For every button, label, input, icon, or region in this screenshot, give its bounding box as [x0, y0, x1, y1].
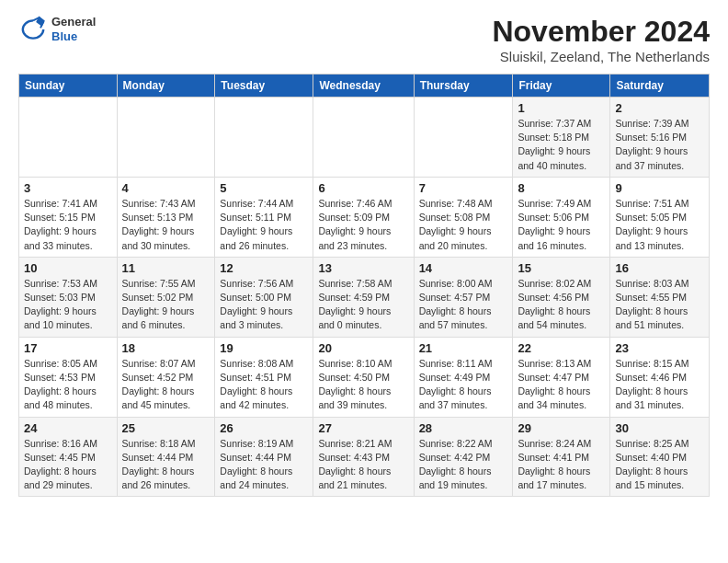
- calendar-cell: 20Sunrise: 8:10 AM Sunset: 4:50 PM Dayli…: [313, 337, 414, 417]
- calendar-cell: 9Sunrise: 7:51 AM Sunset: 5:05 PM Daylig…: [610, 177, 710, 257]
- calendar-cell: 18Sunrise: 8:07 AM Sunset: 4:52 PM Dayli…: [117, 337, 215, 417]
- weekday-header-monday: Monday: [117, 75, 215, 98]
- calendar-cell: 27Sunrise: 8:21 AM Sunset: 4:43 PM Dayli…: [313, 417, 414, 497]
- calendar-cell: 11Sunrise: 7:55 AM Sunset: 5:02 PM Dayli…: [117, 257, 215, 337]
- week-row-3: 10Sunrise: 7:53 AM Sunset: 5:03 PM Dayli…: [19, 257, 710, 337]
- day-number: 28: [419, 421, 508, 435]
- calendar-cell: [414, 98, 513, 178]
- day-number: 17: [24, 341, 112, 355]
- day-number: 15: [518, 261, 605, 275]
- day-info: Sunrise: 7:46 AM Sunset: 5:09 PM Dayligh…: [318, 197, 408, 253]
- calendar-cell: 17Sunrise: 8:05 AM Sunset: 4:53 PM Dayli…: [19, 337, 118, 417]
- calendar-cell: 3Sunrise: 7:41 AM Sunset: 5:15 PM Daylig…: [19, 177, 118, 257]
- calendar-cell: [117, 98, 215, 178]
- calendar-cell: 30Sunrise: 8:25 AM Sunset: 4:40 PM Dayli…: [610, 417, 710, 497]
- day-number: 5: [220, 181, 308, 195]
- week-row-5: 24Sunrise: 8:16 AM Sunset: 4:45 PM Dayli…: [19, 417, 710, 497]
- day-number: 2: [615, 101, 704, 115]
- day-info: Sunrise: 8:22 AM Sunset: 4:42 PM Dayligh…: [419, 437, 508, 493]
- calendar-cell: 23Sunrise: 8:15 AM Sunset: 4:46 PM Dayli…: [610, 337, 710, 417]
- day-info: Sunrise: 8:08 AM Sunset: 4:51 PM Dayligh…: [220, 357, 308, 413]
- day-number: 4: [122, 181, 210, 195]
- week-row-4: 17Sunrise: 8:05 AM Sunset: 4:53 PM Dayli…: [19, 337, 710, 417]
- calendar-cell: 29Sunrise: 8:24 AM Sunset: 4:41 PM Dayli…: [513, 417, 610, 497]
- calendar-cell: 1Sunrise: 7:37 AM Sunset: 5:18 PM Daylig…: [513, 98, 610, 178]
- day-info: Sunrise: 7:51 AM Sunset: 5:05 PM Dayligh…: [615, 197, 704, 253]
- day-number: 18: [122, 341, 210, 355]
- day-number: 16: [615, 261, 704, 275]
- logo-general-text: General: [51, 15, 96, 29]
- day-number: 24: [24, 421, 112, 435]
- week-row-1: 1Sunrise: 7:37 AM Sunset: 5:18 PM Daylig…: [19, 98, 710, 178]
- day-number: 20: [318, 341, 408, 355]
- day-info: Sunrise: 8:18 AM Sunset: 4:44 PM Dayligh…: [122, 437, 210, 493]
- day-info: Sunrise: 7:39 AM Sunset: 5:16 PM Dayligh…: [615, 117, 704, 173]
- header: General Blue November 2024 Sluiskil, Zee…: [18, 15, 710, 64]
- day-number: 6: [318, 181, 408, 195]
- calendar-cell: 28Sunrise: 8:22 AM Sunset: 4:42 PM Dayli…: [414, 417, 513, 497]
- weekday-header-wednesday: Wednesday: [313, 75, 414, 98]
- calendar-cell: 16Sunrise: 8:03 AM Sunset: 4:55 PM Dayli…: [610, 257, 710, 337]
- calendar-cell: 15Sunrise: 8:02 AM Sunset: 4:56 PM Dayli…: [513, 257, 610, 337]
- day-info: Sunrise: 7:44 AM Sunset: 5:11 PM Dayligh…: [220, 197, 308, 253]
- day-info: Sunrise: 8:07 AM Sunset: 4:52 PM Dayligh…: [122, 357, 210, 413]
- day-number: 10: [24, 261, 112, 275]
- day-number: 12: [220, 261, 308, 275]
- day-info: Sunrise: 7:55 AM Sunset: 5:02 PM Dayligh…: [122, 277, 210, 333]
- calendar-cell: 10Sunrise: 7:53 AM Sunset: 5:03 PM Dayli…: [19, 257, 118, 337]
- logo-blue-text: Blue: [51, 29, 96, 44]
- day-number: 1: [518, 101, 605, 115]
- day-info: Sunrise: 7:37 AM Sunset: 5:18 PM Dayligh…: [518, 117, 605, 173]
- day-info: Sunrise: 8:15 AM Sunset: 4:46 PM Dayligh…: [615, 357, 704, 413]
- day-info: Sunrise: 7:48 AM Sunset: 5:08 PM Dayligh…: [419, 197, 508, 253]
- calendar-cell: [313, 98, 414, 178]
- location-subtitle: Sluiskil, Zeeland, The Netherlands: [492, 49, 710, 64]
- calendar-cell: 4Sunrise: 7:43 AM Sunset: 5:13 PM Daylig…: [117, 177, 215, 257]
- week-row-2: 3Sunrise: 7:41 AM Sunset: 5:15 PM Daylig…: [19, 177, 710, 257]
- weekday-header-sunday: Sunday: [19, 75, 118, 98]
- calendar-cell: 19Sunrise: 8:08 AM Sunset: 4:51 PM Dayli…: [215, 337, 313, 417]
- calendar-cell: 6Sunrise: 7:46 AM Sunset: 5:09 PM Daylig…: [313, 177, 414, 257]
- day-number: 11: [122, 261, 210, 275]
- weekday-header-thursday: Thursday: [414, 75, 513, 98]
- weekday-header-tuesday: Tuesday: [215, 75, 313, 98]
- day-info: Sunrise: 8:25 AM Sunset: 4:40 PM Dayligh…: [615, 437, 704, 493]
- day-number: 30: [615, 421, 704, 435]
- day-number: 13: [318, 261, 408, 275]
- day-info: Sunrise: 7:41 AM Sunset: 5:15 PM Dayligh…: [24, 197, 112, 253]
- day-info: Sunrise: 8:10 AM Sunset: 4:50 PM Dayligh…: [318, 357, 408, 413]
- calendar-cell: 22Sunrise: 8:13 AM Sunset: 4:47 PM Dayli…: [513, 337, 610, 417]
- day-info: Sunrise: 8:16 AM Sunset: 4:45 PM Dayligh…: [24, 437, 112, 493]
- calendar-cell: 14Sunrise: 8:00 AM Sunset: 4:57 PM Dayli…: [414, 257, 513, 337]
- calendar-table: SundayMondayTuesdayWednesdayThursdayFrid…: [18, 74, 710, 497]
- day-number: 9: [615, 181, 704, 195]
- day-info: Sunrise: 8:05 AM Sunset: 4:53 PM Dayligh…: [24, 357, 112, 413]
- day-info: Sunrise: 8:00 AM Sunset: 4:57 PM Dayligh…: [419, 277, 508, 333]
- calendar-cell: 12Sunrise: 7:56 AM Sunset: 5:00 PM Dayli…: [215, 257, 313, 337]
- day-info: Sunrise: 7:53 AM Sunset: 5:03 PM Dayligh…: [24, 277, 112, 333]
- day-number: 21: [419, 341, 508, 355]
- logo: General Blue: [18, 15, 96, 44]
- day-number: 3: [24, 181, 112, 195]
- day-info: Sunrise: 7:56 AM Sunset: 5:00 PM Dayligh…: [220, 277, 308, 333]
- calendar-cell: 8Sunrise: 7:49 AM Sunset: 5:06 PM Daylig…: [513, 177, 610, 257]
- day-info: Sunrise: 8:24 AM Sunset: 4:41 PM Dayligh…: [518, 437, 605, 493]
- calendar-cell: [215, 98, 313, 178]
- logo-text: General Blue: [51, 15, 96, 43]
- calendar-cell: 13Sunrise: 7:58 AM Sunset: 4:59 PM Dayli…: [313, 257, 414, 337]
- day-info: Sunrise: 8:03 AM Sunset: 4:55 PM Dayligh…: [615, 277, 704, 333]
- calendar-cell: 5Sunrise: 7:44 AM Sunset: 5:11 PM Daylig…: [215, 177, 313, 257]
- day-info: Sunrise: 7:49 AM Sunset: 5:06 PM Dayligh…: [518, 197, 605, 253]
- day-number: 26: [220, 421, 308, 435]
- day-number: 19: [220, 341, 308, 355]
- day-number: 29: [518, 421, 605, 435]
- day-info: Sunrise: 8:13 AM Sunset: 4:47 PM Dayligh…: [518, 357, 605, 413]
- day-number: 25: [122, 421, 210, 435]
- weekday-header-row: SundayMondayTuesdayWednesdayThursdayFrid…: [19, 75, 710, 98]
- day-number: 14: [419, 261, 508, 275]
- weekday-header-friday: Friday: [513, 75, 610, 98]
- day-number: 27: [318, 421, 408, 435]
- calendar-cell: [19, 98, 118, 178]
- title-section: November 2024 Sluiskil, Zeeland, The Net…: [492, 15, 710, 64]
- calendar-cell: 7Sunrise: 7:48 AM Sunset: 5:08 PM Daylig…: [414, 177, 513, 257]
